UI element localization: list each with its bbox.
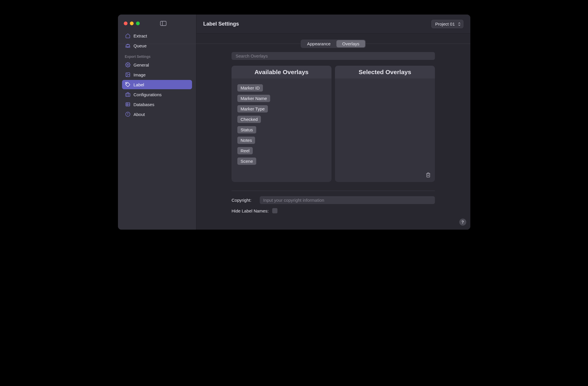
sidebar-item-databases[interactable]: Databases bbox=[122, 100, 192, 109]
overlay-chip[interactable]: Notes bbox=[237, 137, 255, 144]
sidebar-toggle-button[interactable] bbox=[159, 20, 167, 26]
overlay-chip[interactable]: Reel bbox=[237, 147, 253, 154]
delete-button[interactable] bbox=[426, 172, 431, 178]
sidebar-item-general[interactable]: General bbox=[122, 60, 192, 69]
sidebar-section-header: Export Settings bbox=[122, 51, 192, 60]
project-selector-value: Project 01 bbox=[435, 22, 455, 26]
sidebar-item-label: About bbox=[134, 112, 145, 117]
sidebar-item-image[interactable]: Image bbox=[122, 70, 192, 79]
copyright-input[interactable] bbox=[260, 196, 435, 204]
window-controls bbox=[118, 18, 196, 31]
tab-group: Appearance Overlays bbox=[301, 40, 366, 48]
selected-overlays-panel: Selected Overlays bbox=[335, 66, 435, 182]
available-overlays-title: Available Overlays bbox=[232, 66, 331, 78]
sidebar-item-label: Databases bbox=[134, 102, 155, 107]
project-selector[interactable]: Project 01 bbox=[431, 20, 463, 28]
sidebar-item-queue[interactable]: Queue bbox=[122, 41, 192, 50]
selected-overlays-title: Selected Overlays bbox=[335, 66, 435, 78]
overlay-panels: Available Overlays Marker ID Marker Name… bbox=[232, 66, 435, 182]
app-window: Extract Queue Export Settings General I bbox=[118, 15, 470, 230]
svg-point-5 bbox=[126, 83, 127, 84]
trash-icon bbox=[426, 172, 431, 178]
sidebar-item-about[interactable]: About bbox=[122, 110, 192, 119]
selected-overlays-list[interactable] bbox=[335, 78, 435, 90]
tab-appearance[interactable]: Appearance bbox=[301, 40, 336, 47]
svg-point-4 bbox=[127, 74, 127, 74]
chevron-up-down-icon bbox=[458, 22, 461, 26]
copyright-label: Copyright: bbox=[232, 198, 256, 203]
copyright-row: Copyright: bbox=[232, 196, 435, 204]
minimize-window-button[interactable] bbox=[130, 22, 134, 25]
sidebar-nav: Extract Queue Export Settings General I bbox=[118, 31, 196, 119]
sidebar-item-label: Image bbox=[134, 72, 146, 77]
hide-labels-label: Hide Label Names: bbox=[232, 208, 269, 213]
sidebar-item-configurations[interactable]: Configurations bbox=[122, 90, 192, 99]
hide-labels-checkbox[interactable] bbox=[272, 208, 277, 213]
sidebar: Extract Queue Export Settings General I bbox=[118, 15, 196, 230]
maximize-window-button[interactable] bbox=[136, 22, 140, 25]
sidebar-item-label: Configurations bbox=[134, 92, 162, 97]
svg-point-13 bbox=[128, 113, 128, 114]
overlay-chip[interactable]: Marker ID bbox=[237, 84, 263, 92]
image-icon bbox=[125, 72, 131, 78]
svg-point-2 bbox=[127, 64, 128, 66]
tab-row: Appearance Overlays bbox=[208, 40, 459, 52]
overlay-chip[interactable]: Checked bbox=[237, 116, 261, 123]
question-icon: ? bbox=[461, 220, 464, 224]
hide-labels-row: Hide Label Names: bbox=[232, 208, 435, 213]
divider bbox=[232, 191, 435, 191]
sidebar-item-extract[interactable]: Extract bbox=[122, 31, 192, 40]
overlay-chip[interactable]: Scene bbox=[237, 158, 256, 165]
home-icon bbox=[125, 33, 131, 39]
overlay-chip[interactable]: Marker Name bbox=[237, 95, 270, 102]
gear-icon bbox=[125, 62, 131, 68]
main-content: Label Settings Project 01 Appearance Ove… bbox=[196, 15, 470, 230]
svg-rect-0 bbox=[160, 21, 166, 26]
svg-rect-7 bbox=[126, 103, 130, 106]
briefcase-icon bbox=[125, 92, 131, 97]
info-icon bbox=[125, 111, 131, 117]
sidebar-item-label: Label bbox=[134, 82, 144, 87]
search-input[interactable] bbox=[232, 52, 435, 60]
sidebar-item-label: Extract bbox=[134, 33, 147, 38]
sidebar-item-label: General bbox=[134, 62, 149, 67]
overlay-chip[interactable]: Status bbox=[237, 126, 256, 133]
content-body: Appearance Overlays Available Overlays M… bbox=[196, 34, 470, 230]
close-window-button[interactable] bbox=[124, 22, 128, 25]
available-overlays-list: Marker ID Marker Name Marker Type Checke… bbox=[232, 78, 331, 171]
database-icon bbox=[125, 101, 131, 107]
page-title: Label Settings bbox=[203, 21, 239, 27]
tab-overlays[interactable]: Overlays bbox=[336, 40, 365, 47]
overlay-chip[interactable]: Marker Type bbox=[237, 105, 268, 112]
help-button[interactable]: ? bbox=[459, 219, 466, 226]
content-header: Label Settings Project 01 bbox=[196, 15, 470, 34]
search-wrap bbox=[232, 52, 435, 60]
tag-icon bbox=[125, 82, 131, 87]
available-overlays-panel: Available Overlays Marker ID Marker Name… bbox=[232, 66, 331, 182]
sidebar-icon bbox=[160, 21, 166, 26]
sidebar-item-label-settings[interactable]: Label bbox=[122, 80, 192, 89]
sidebar-item-label: Queue bbox=[134, 43, 147, 48]
svg-rect-6 bbox=[126, 93, 130, 96]
